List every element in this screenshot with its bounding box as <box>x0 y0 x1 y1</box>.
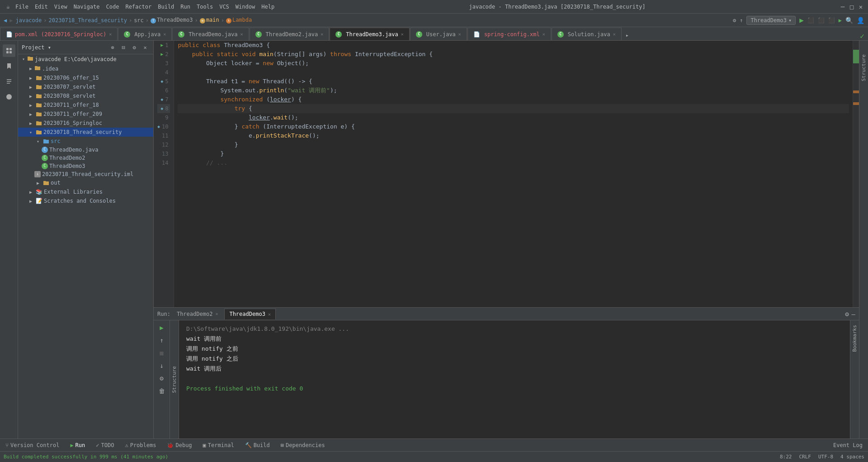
code-content[interactable]: public class ThreadDemo3 { public static… <box>174 41 853 307</box>
tab-user[interactable]: C User.java ✕ <box>410 28 467 40</box>
tree-item-servlet2[interactable]: ▶ 20230708_servlet <box>18 91 153 100</box>
tree-item-iml[interactable]: i 20230718_Thread_security.iml <box>18 170 153 178</box>
tree-item-offer15[interactable]: ▶ 20230706_offer_15 <box>18 73 153 82</box>
console-tab-threaddemo3[interactable]: ThreadDemo3 ✕ <box>224 309 276 319</box>
tab-pom-close[interactable]: ✕ <box>109 32 112 37</box>
right-structure-label[interactable]: Structure <box>861 54 867 81</box>
console-settings-icon[interactable]: ⚙ <box>845 310 849 318</box>
build-icon[interactable]: ⬛ <box>807 17 814 24</box>
code-editor[interactable]: ▶ 1 ▶ 2 3 4 ◆ 5 6 ◆ 7 ◆ <box>154 41 859 307</box>
console-minimize-icon[interactable]: — <box>852 310 855 318</box>
tree-item-threaddemo3[interactable]: C ThreadDemo3 <box>18 162 153 170</box>
build-button[interactable]: 🔨 Build <box>243 441 272 449</box>
project-view-icon[interactable] <box>3 44 15 57</box>
project-label[interactable]: Project ▾ <box>22 44 51 51</box>
user-icon[interactable]: 👤 <box>857 17 864 24</box>
tabs-overflow[interactable]: ▸ <box>622 30 632 40</box>
version-control-button[interactable]: ⑂ Version Control <box>4 441 61 449</box>
console-tab-td2-close[interactable]: ✕ <box>215 311 218 316</box>
branch-dropdown[interactable]: ThreadDemo3 ▾ <box>746 16 796 25</box>
nav-back-button[interactable]: ◀ <box>4 17 7 24</box>
tab-threaddemo3-close[interactable]: ✕ <box>401 32 404 37</box>
tab-spring-config[interactable]: 📄 spring-config.xml ✕ <box>467 28 551 40</box>
tab-threaddemo[interactable]: C ThreadDemo.java ✕ <box>172 28 249 40</box>
console-settings-btn[interactable]: ⚙ <box>156 373 167 384</box>
tab-app[interactable]: C App.java ✕ <box>118 28 172 40</box>
tree-item-ext-libs[interactable]: ▶ 📚 External Libraries <box>18 187 153 196</box>
run-icon[interactable]: ▶ <box>799 16 804 24</box>
collapse-all-button[interactable]: ⊟ <box>119 43 128 52</box>
menu-help[interactable]: Help <box>261 4 274 10</box>
menu-window[interactable]: Window <box>236 4 255 10</box>
tab-user-close[interactable]: ✕ <box>458 32 461 37</box>
console-stop-button[interactable]: ■ <box>156 348 167 358</box>
menu-tools[interactable]: Tools <box>197 4 213 10</box>
menu-refactor[interactable]: Refactor <box>125 4 151 10</box>
breadcrumb-method[interactable]: mmain <box>200 17 219 24</box>
maximize-button[interactable]: □ <box>849 4 854 10</box>
breadcrumb-class[interactable]: TThreadDemo3 <box>151 17 193 24</box>
tab-threaddemo-close[interactable]: ✕ <box>241 32 243 37</box>
menu-edit[interactable]: Edit <box>35 4 48 10</box>
run-arrow-2[interactable]: ▶ <box>160 50 163 59</box>
tree-item-offer18[interactable]: ▶ 20230711_offer_18 <box>18 100 153 110</box>
problems-button[interactable]: ⚠ Problems <box>123 441 158 449</box>
breadcrumb-lambda[interactable]: λLambda <box>226 17 252 24</box>
menu-view[interactable]: View <box>54 4 67 10</box>
menu-navigate[interactable]: Navigate <box>74 4 100 10</box>
tree-item-servlet1[interactable]: ▶ 20230707_servlet <box>18 82 153 91</box>
console-tab-threaddemo2[interactable]: ThreadDemo2 ✕ <box>172 309 223 319</box>
tab-spring-close[interactable]: ✕ <box>542 32 545 37</box>
tree-item-threaddemo2[interactable]: C ThreadDemo2 <box>18 154 153 162</box>
indent-info[interactable]: 4 spaces <box>840 454 864 460</box>
run-icon2[interactable]: ▶ <box>839 17 842 24</box>
menu-run[interactable]: Run <box>180 4 190 10</box>
bookmark-icon[interactable] <box>3 60 15 72</box>
file-encoding[interactable]: UTF-8 <box>818 454 833 460</box>
tab-threaddemo3[interactable]: C ThreadDemo3.java ✕ <box>330 28 410 40</box>
console-tab-td3-close[interactable]: ✕ <box>268 312 271 317</box>
tree-item-scratches[interactable]: ▶ 📝 Scratches and Consoles <box>18 196 153 205</box>
menu-vcs[interactable]: VCS <box>219 4 229 10</box>
breadcrumb-module[interactable]: 20230718_Thread_security <box>49 17 127 24</box>
line-ending[interactable]: CRLF <box>799 454 811 460</box>
tab-solution[interactable]: C Solution.java ✕ <box>552 28 622 40</box>
nav-forward-button[interactable]: ▶ <box>9 17 13 24</box>
dependencies-button[interactable]: ⊞ Dependencies <box>279 441 327 449</box>
menu-bar[interactable]: File Edit View Navigate Code Refactor Bu… <box>15 4 274 10</box>
locate-file-button[interactable]: ⊕ <box>108 43 117 52</box>
nav-icon-1[interactable]: ⚙ <box>733 17 736 24</box>
tree-item-javacode[interactable]: ▾ javacode E:\Code\javacode <box>18 54 153 64</box>
pause-icon[interactable]: ⬛ <box>828 17 835 24</box>
menu-file[interactable]: File <box>15 4 28 10</box>
search-icon[interactable]: 🔍 <box>845 17 853 24</box>
debug-button[interactable]: 🐞 Debug <box>165 441 193 449</box>
tab-threaddemo2[interactable]: C ThreadDemo2.java ✕ <box>250 28 330 40</box>
tree-item-springloc[interactable]: ▶ 20230716_Springloc <box>18 119 153 128</box>
notifications-icon[interactable] <box>3 90 15 103</box>
tree-item-thread-security[interactable]: ▾ 20230718_Thread_security <box>18 128 153 137</box>
tab-app-close[interactable]: ✕ <box>163 32 166 37</box>
menu-build[interactable]: Build <box>158 4 174 10</box>
terminal-button[interactable]: ▣ Terminal <box>201 441 236 449</box>
console-scroll-down-button[interactable]: ↓ <box>156 360 167 371</box>
tree-item-offer209[interactable]: ▶ 20230711_offer_209 <box>18 110 153 119</box>
tab-solution-close[interactable]: ✕ <box>613 32 616 37</box>
run-tool-button[interactable]: ▶ Run <box>68 441 87 449</box>
tab-pom[interactable]: 📄 pom.xml (20230716_Springloc) ✕ <box>0 28 118 40</box>
breadcrumb-src[interactable]: src <box>134 17 144 24</box>
stop-icon[interactable]: ⬛ <box>818 17 825 24</box>
tree-item-out[interactable]: ▶ out <box>18 178 153 187</box>
tree-item-idea[interactable]: ▶ .idea <box>18 64 153 73</box>
minimize-button[interactable]: ─ <box>840 4 845 10</box>
line-info[interactable]: 8:22 <box>780 454 792 460</box>
close-button[interactable]: ✕ <box>858 4 863 10</box>
tree-item-threaddemo[interactable]: C ThreadDemo.java <box>18 146 153 154</box>
menu-code[interactable]: Code <box>106 4 119 10</box>
bookmarks-label[interactable]: Bookmarks <box>852 325 858 352</box>
close-panel-button[interactable]: ✕ <box>141 43 150 52</box>
event-log-button[interactable]: Event Log <box>831 441 864 449</box>
run-arrow-1[interactable]: ▶ <box>160 41 163 50</box>
console-clear-button[interactable]: 🗑 <box>156 386 167 396</box>
structure-label[interactable]: Structure <box>171 366 177 393</box>
